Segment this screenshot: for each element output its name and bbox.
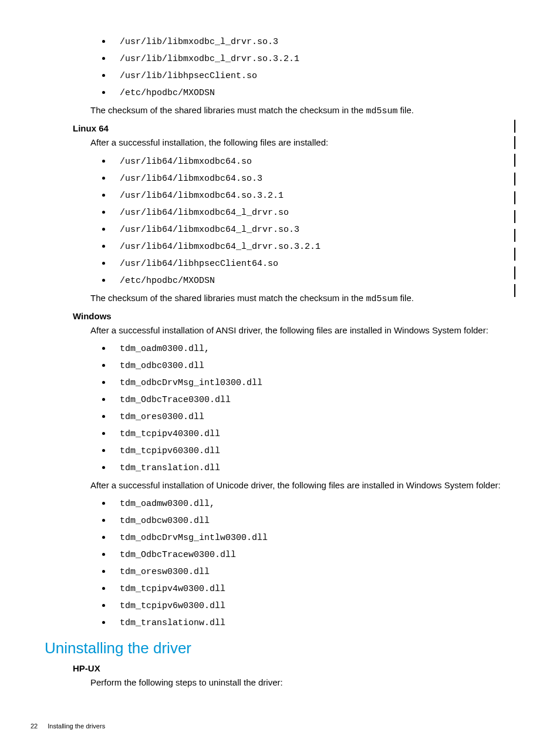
list-item: /usr/lib/libhpsecClient.so xyxy=(112,67,515,84)
file-path: tdm_translationw.dll xyxy=(112,618,225,628)
windows-intro: After a successful installation of ANSI … xyxy=(90,325,515,336)
file-path: /usr/lib64/libmxodbc64_l_drvr.so.3.2.1 xyxy=(112,242,321,252)
change-bar-icon xyxy=(514,120,515,133)
file-path: /usr/lib/libmxodbc_l_drvr.so.3 xyxy=(112,37,278,47)
change-bar-icon xyxy=(514,136,515,149)
list-item: tdm_tcpipv4w0300.dll xyxy=(112,580,515,597)
body-text: The checksum of the shared libraries mus… xyxy=(90,293,366,303)
windows-unicode-file-list: tdm_oadmw0300.dll, tdm_odbcw0300.dll tdm… xyxy=(112,495,515,631)
list-item: /usr/lib64/libmxodbc64_l_drvr.so.3 xyxy=(112,221,515,238)
windows-heading: Windows xyxy=(73,311,515,321)
file-path: tdm_odbcw0300.dll xyxy=(112,516,210,526)
body-text: file. xyxy=(397,105,414,115)
file-path: tdm_tcpipv6w0300.dll xyxy=(112,601,225,611)
page-number: 22 xyxy=(31,723,38,730)
file-path: tdm_OdbcTrace0300.dll xyxy=(112,395,231,405)
list-item: tdm_odbc0300.dll xyxy=(112,357,515,374)
file-path: tdm_odbc0300.dll xyxy=(112,361,204,371)
linux64-file-list: /usr/lib64/libmxodbc64.so /usr/lib64/lib… xyxy=(112,153,515,289)
windows-unicode-intro: After a successful installation of Unico… xyxy=(90,480,515,491)
file-path: tdm_oresw0300.dll xyxy=(112,567,210,577)
list-item: tdm_oresw0300.dll xyxy=(112,563,515,580)
list-item: /etc/hpodbc/MXODSN xyxy=(112,84,515,101)
file-path: tdm_tcpipv4w0300.dll xyxy=(112,584,225,594)
checksum-note: The checksum of the shared libraries mus… xyxy=(90,104,515,117)
list-item: /usr/lib/libmxodbc_l_drvr.so.3.2.1 xyxy=(112,50,515,67)
list-item: /usr/lib64/libhpsecClient64.so xyxy=(112,255,515,272)
list-item: /usr/lib64/libmxodbc64.so.3.2.1 xyxy=(112,187,515,204)
file-path: /usr/lib64/libmxodbc64.so.3.2.1 xyxy=(112,191,284,201)
footer-chapter: Installing the drivers xyxy=(48,723,105,730)
list-item: /usr/lib/libmxodbc_l_drvr.so.3 xyxy=(112,33,515,50)
file-path: /usr/lib64/libmxodbc64.so.3 xyxy=(112,174,262,184)
list-item: tdm_oadm0300.dll, xyxy=(112,340,515,357)
change-bar-icon xyxy=(514,191,515,204)
hpux-heading: HP-UX xyxy=(73,663,515,673)
file-path: tdm_ores0300.dll xyxy=(112,412,204,422)
change-bar-icon xyxy=(514,248,515,261)
change-bar-icon xyxy=(514,284,515,297)
linux64-heading: Linux 64 xyxy=(73,123,515,133)
file-path: tdm_oadm0300.dll, xyxy=(112,344,210,354)
top-file-list: /usr/lib/libmxodbc_l_drvr.so.3 /usr/lib/… xyxy=(112,33,515,101)
list-item: tdm_tcpipv40300.dll xyxy=(112,425,515,442)
change-bar-icon xyxy=(514,173,515,185)
list-item: tdm_odbcw0300.dll xyxy=(112,512,515,529)
list-item: /usr/lib64/libmxodbc64.so.3 xyxy=(112,170,515,187)
list-item: /usr/lib64/libmxodbc64.so xyxy=(112,153,515,170)
list-item: /usr/lib64/libmxodbc64_l_drvr.so xyxy=(112,204,515,221)
list-item: tdm_tcpipv6w0300.dll xyxy=(112,597,515,614)
change-bar-icon xyxy=(514,266,515,279)
file-path: /usr/lib64/libmxodbc64_l_drvr.so xyxy=(112,208,289,218)
file-path: /etc/hpodbc/MXODSN xyxy=(112,88,215,98)
list-item: tdm_OdbcTracew0300.dll xyxy=(112,546,515,563)
windows-ansi-file-list: tdm_oadm0300.dll, tdm_odbc0300.dll tdm_o… xyxy=(112,340,515,476)
list-item: tdm_tcpipv60300.dll xyxy=(112,442,515,459)
change-bar-icon xyxy=(514,210,515,223)
list-item: tdm_odbcDrvMsg_intlw0300.dll xyxy=(112,529,515,546)
list-item: tdm_translationw.dll xyxy=(112,614,515,631)
code-text: md5sum xyxy=(366,106,397,116)
file-path: /usr/lib64/libhpsecClient64.so xyxy=(112,259,278,269)
list-item: tdm_oadmw0300.dll, xyxy=(112,495,515,512)
list-item: /usr/lib64/libmxodbc64_l_drvr.so.3.2.1 xyxy=(112,238,515,255)
list-item: tdm_odbcDrvMsg_intl0300.dll xyxy=(112,374,515,391)
file-path: tdm_tcpipv40300.dll xyxy=(112,429,220,439)
body-text: The checksum of the shared libraries mus… xyxy=(90,105,366,115)
page-footer: 22 Installing the drivers xyxy=(31,723,105,730)
file-path: tdm_odbcDrvMsg_intlw0300.dll xyxy=(112,533,268,543)
uninstall-section-title: Uninstalling the driver xyxy=(45,639,515,657)
change-bar-icon xyxy=(514,154,515,167)
list-item: tdm_translation.dll xyxy=(112,459,515,476)
file-path: tdm_translation.dll xyxy=(112,463,220,473)
body-text: file. xyxy=(397,293,414,303)
linux64-intro: After a successful installation, the fol… xyxy=(90,137,515,148)
code-text: md5sum xyxy=(366,294,397,304)
list-item: tdm_OdbcTrace0300.dll xyxy=(112,391,515,408)
file-path: /etc/hpodbc/MXODSN xyxy=(112,276,215,286)
file-path: /usr/lib/libmxodbc_l_drvr.so.3.2.1 xyxy=(112,54,299,64)
file-path: tdm_oadmw0300.dll, xyxy=(112,499,215,509)
file-path: /usr/lib/libhpsecClient.so xyxy=(112,71,257,81)
file-path: tdm_odbcDrvMsg_intl0300.dll xyxy=(112,378,262,388)
checksum-note: The checksum of the shared libraries mus… xyxy=(90,292,515,305)
file-path: tdm_OdbcTracew0300.dll xyxy=(112,550,236,560)
change-bar-icon xyxy=(514,229,515,242)
file-path: tdm_tcpipv60300.dll xyxy=(112,446,220,456)
file-path: /usr/lib64/libmxodbc64.so xyxy=(112,157,252,167)
file-path: /usr/lib64/libmxodbc64_l_drvr.so.3 xyxy=(112,225,299,235)
list-item: /etc/hpodbc/MXODSN xyxy=(112,272,515,289)
list-item: tdm_ores0300.dll xyxy=(112,408,515,425)
hpux-intro: Perform the following steps to uninstall… xyxy=(90,677,515,688)
